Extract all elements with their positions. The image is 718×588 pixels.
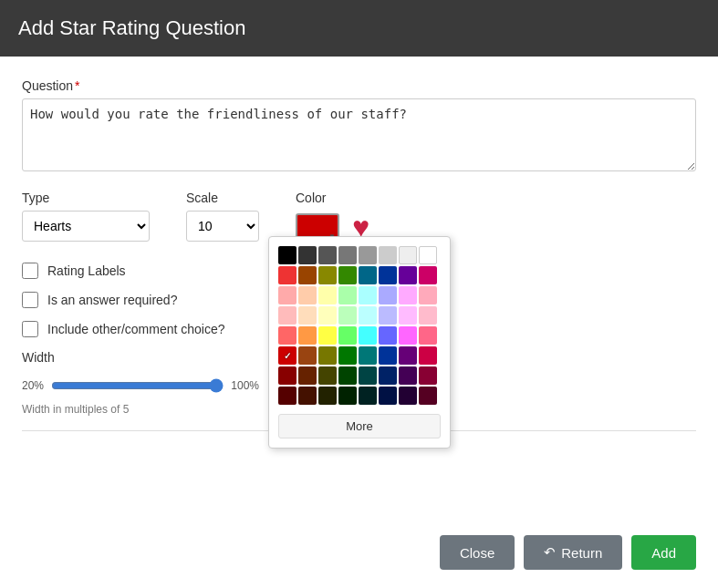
return-label: Return (561, 545, 602, 561)
color-cell[interactable] (318, 286, 337, 304)
color-cell[interactable] (399, 306, 417, 325)
rating-labels-label: Rating Labels (47, 263, 126, 278)
more-colors-button[interactable]: More (278, 414, 441, 438)
color-cell[interactable] (298, 366, 317, 385)
color-cell[interactable] (318, 306, 337, 325)
color-cell[interactable] (298, 326, 317, 345)
color-cell[interactable] (359, 286, 377, 304)
rating-labels-checkbox[interactable] (22, 263, 38, 279)
add-button[interactable]: Add (631, 535, 696, 570)
answer-required-label: Is an answer required? (47, 293, 177, 307)
range-max-label: 100% (231, 379, 259, 392)
color-cell[interactable] (278, 326, 297, 345)
color-cell[interactable] (298, 346, 317, 365)
color-cell[interactable] (379, 366, 397, 385)
controls-row: Type Hearts Stars Thumbs Scale 1234 5678… (22, 191, 696, 246)
type-label: Type (22, 191, 150, 205)
color-cell[interactable] (419, 306, 437, 325)
color-cell[interactable] (419, 286, 437, 304)
scale-select[interactable]: 1234 5678 910 (186, 211, 259, 242)
color-cell[interactable] (298, 286, 317, 304)
color-cell[interactable] (359, 387, 377, 405)
scale-group: Scale 1234 5678 910 (186, 191, 259, 242)
color-group: Color ▼ ♥ (296, 191, 369, 246)
color-cell[interactable] (338, 387, 357, 405)
color-cell[interactable] (318, 387, 337, 405)
color-label: Color (296, 191, 369, 205)
color-cell[interactable] (419, 266, 437, 284)
color-cell[interactable] (318, 346, 337, 365)
color-cell[interactable] (399, 246, 417, 264)
question-group: Question* How would you rate the friendl… (22, 78, 696, 174)
modal-title: Add Star Rating Question (18, 16, 245, 39)
range-min-label: 20% (22, 379, 44, 392)
color-cell[interactable] (379, 266, 397, 284)
color-cell[interactable] (298, 306, 317, 325)
width-range-wrapper: 20% 100% (22, 378, 259, 393)
color-cell[interactable] (298, 266, 317, 284)
color-picker-popup: More (268, 236, 451, 449)
color-cell[interactable] (318, 366, 337, 385)
color-cell[interactable] (278, 366, 297, 385)
color-cell[interactable] (379, 346, 397, 365)
scale-label: Scale (186, 191, 259, 205)
answer-required-checkbox[interactable] (22, 292, 38, 308)
color-cell[interactable] (379, 286, 397, 304)
color-cell[interactable] (419, 326, 437, 345)
question-input[interactable]: How would you rate the friendliness of o… (22, 98, 696, 171)
color-cell[interactable] (399, 326, 417, 345)
color-cell-selected[interactable] (278, 346, 297, 365)
color-cell[interactable] (338, 246, 357, 264)
modal: Add Star Rating Question Question* How w… (0, 0, 718, 588)
color-cell[interactable] (338, 306, 357, 325)
color-cell[interactable] (278, 246, 297, 264)
color-cell[interactable] (359, 366, 377, 385)
color-cell[interactable] (338, 366, 357, 385)
close-button[interactable]: Close (440, 535, 515, 570)
color-cell[interactable] (419, 346, 437, 365)
color-cell[interactable] (278, 266, 297, 284)
color-cell[interactable] (359, 346, 377, 365)
color-cell[interactable] (338, 346, 357, 365)
color-cell[interactable] (399, 387, 417, 405)
return-arrow-icon: ↶ (544, 544, 556, 561)
color-cell[interactable] (359, 306, 377, 325)
color-cell[interactable] (419, 366, 437, 385)
color-cell[interactable] (338, 286, 357, 304)
color-cell[interactable] (338, 326, 357, 345)
type-select[interactable]: Hearts Stars Thumbs (22, 211, 150, 242)
color-cell[interactable] (278, 387, 297, 405)
color-cell[interactable] (379, 246, 397, 264)
color-cell[interactable] (379, 387, 397, 405)
color-cell[interactable] (399, 366, 417, 385)
color-cell[interactable] (379, 326, 397, 345)
color-cell[interactable] (359, 266, 377, 284)
color-cell[interactable] (359, 246, 377, 264)
modal-body: Question* How would you rate the friendl… (0, 57, 718, 526)
modal-footer: Close ↶ Return Add (0, 526, 718, 588)
include-other-label: Include other/comment choice? (47, 322, 225, 336)
return-button[interactable]: ↶ Return (524, 535, 622, 570)
width-slider[interactable] (51, 378, 224, 393)
modal-header: Add Star Rating Question (0, 0, 718, 57)
color-grid (278, 246, 441, 405)
type-group: Type Hearts Stars Thumbs (22, 191, 150, 242)
color-cell[interactable] (298, 387, 317, 405)
color-cell[interactable] (399, 286, 417, 304)
color-cell[interactable] (278, 306, 297, 325)
color-cell[interactable] (278, 286, 297, 304)
color-cell[interactable] (419, 387, 437, 405)
color-cell[interactable] (379, 306, 397, 325)
color-cell[interactable] (399, 346, 417, 365)
color-cell[interactable] (338, 266, 357, 284)
color-cell[interactable] (318, 326, 337, 345)
color-cell[interactable] (298, 246, 317, 264)
required-star: * (75, 78, 79, 93)
color-cell[interactable] (419, 246, 437, 264)
color-cell[interactable] (399, 266, 417, 284)
question-label: Question* (22, 78, 696, 93)
color-cell[interactable] (359, 326, 377, 345)
include-other-checkbox[interactable] (22, 321, 38, 337)
color-cell[interactable] (318, 266, 337, 284)
color-cell[interactable] (318, 246, 337, 264)
